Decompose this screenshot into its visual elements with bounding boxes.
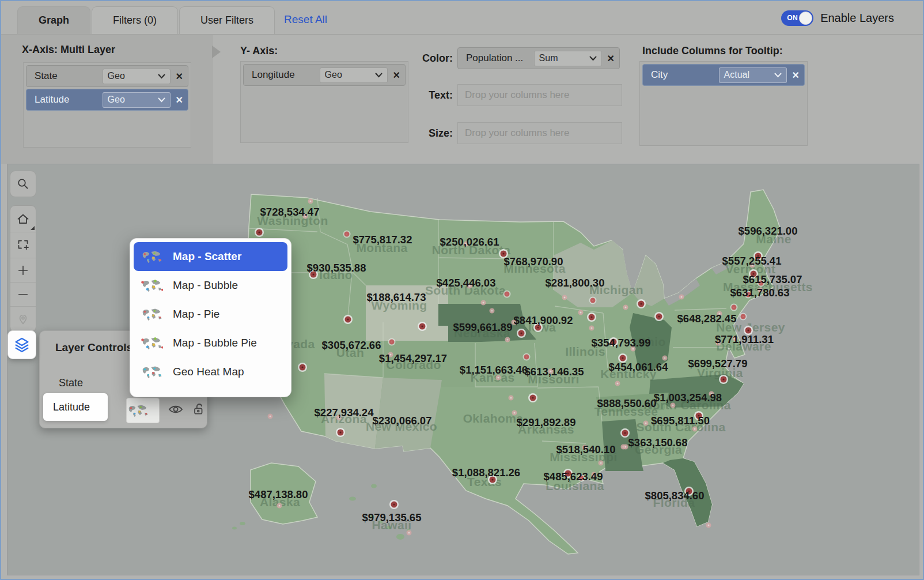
geo-type-dropdown[interactable]: Geo bbox=[103, 69, 171, 84]
data-point[interactable] bbox=[467, 284, 472, 289]
layer-lock-button[interactable] bbox=[191, 402, 206, 419]
data-point[interactable] bbox=[590, 298, 596, 303]
data-point[interactable] bbox=[548, 369, 554, 374]
data-point[interactable] bbox=[336, 415, 342, 420]
data-point[interactable] bbox=[623, 445, 628, 450]
remove-column-icon[interactable]: ✕ bbox=[176, 71, 183, 82]
toggle-knob[interactable] bbox=[799, 12, 812, 25]
location-button[interactable] bbox=[10, 306, 36, 332]
data-point[interactable] bbox=[509, 396, 514, 401]
color-pill-population[interactable]: Population ... Sum ✕ bbox=[457, 47, 620, 69]
data-point[interactable] bbox=[345, 317, 351, 323]
axis-pill-latitude[interactable]: Latitude Geo ✕ bbox=[26, 89, 188, 111]
data-point[interactable] bbox=[759, 281, 764, 286]
remove-column-icon[interactable]: ✕ bbox=[393, 70, 400, 81]
remove-column-icon[interactable]: ✕ bbox=[607, 53, 615, 64]
data-point[interactable] bbox=[692, 427, 698, 432]
data-point[interactable] bbox=[671, 403, 676, 408]
zoom-selection-button[interactable] bbox=[10, 232, 36, 258]
data-point[interactable] bbox=[505, 292, 510, 297]
data-point[interactable] bbox=[344, 232, 350, 237]
data-point[interactable] bbox=[709, 391, 714, 397]
data-point[interactable] bbox=[643, 421, 649, 426]
text-dropzone[interactable]: Drop your columns here bbox=[457, 84, 622, 106]
home-button[interactable] bbox=[10, 206, 36, 232]
data-point[interactable] bbox=[592, 472, 597, 477]
data-point[interactable] bbox=[746, 292, 751, 297]
data-point[interactable] bbox=[565, 470, 571, 477]
data-point[interactable] bbox=[582, 445, 588, 450]
data-point[interactable] bbox=[268, 414, 273, 419]
data-point[interactable] bbox=[562, 295, 567, 300]
data-point[interactable] bbox=[310, 272, 317, 278]
data-point[interactable] bbox=[388, 352, 393, 357]
layer-visibility-button[interactable] bbox=[168, 403, 184, 418]
axis-pill-longitude[interactable]: Longitude Geo ✕ bbox=[243, 64, 406, 86]
data-point[interactable] bbox=[490, 308, 495, 314]
zoom-out-button[interactable] bbox=[10, 282, 36, 306]
data-point[interactable] bbox=[741, 314, 746, 319]
data-point[interactable] bbox=[631, 347, 636, 352]
data-point[interactable] bbox=[696, 413, 702, 419]
data-point[interactable] bbox=[505, 337, 510, 342]
data-point[interactable] bbox=[589, 314, 595, 321]
collapse-arrow-icon[interactable] bbox=[212, 46, 221, 58]
size-dropzone[interactable]: Drop your columns here bbox=[457, 122, 622, 144]
actual-type-dropdown[interactable]: Actual bbox=[719, 67, 787, 83]
data-point[interactable] bbox=[535, 325, 541, 331]
menu-item-map-pie[interactable]: Map - Pie bbox=[134, 300, 287, 329]
data-point[interactable] bbox=[579, 476, 584, 481]
data-point[interactable] bbox=[512, 410, 517, 416]
zoom-in-button[interactable] bbox=[10, 258, 36, 282]
data-point[interactable] bbox=[481, 300, 486, 306]
data-point[interactable] bbox=[512, 320, 517, 325]
data-point[interactable] bbox=[716, 341, 721, 346]
data-point[interactable] bbox=[732, 305, 737, 310]
geo-type-dropdown[interactable]: Geo bbox=[103, 92, 171, 108]
layers-button[interactable] bbox=[7, 330, 36, 359]
data-point[interactable] bbox=[679, 295, 684, 300]
tooltip-pill-city[interactable]: City Actual ✕ bbox=[642, 64, 805, 86]
menu-item-geo-heat-map[interactable]: Geo Heat Map bbox=[134, 357, 287, 386]
tab-filters[interactable]: Filters (0) bbox=[92, 6, 178, 34]
tab-graph[interactable]: Graph bbox=[17, 6, 90, 34]
data-point[interactable] bbox=[391, 502, 397, 508]
x-axis-dropzone[interactable]: State Geo ✕ Latitude Geo ✕ bbox=[23, 62, 191, 148]
y-axis-dropzone[interactable]: Longitude Geo ✕ bbox=[240, 61, 408, 143]
data-point[interactable] bbox=[389, 340, 395, 345]
data-point[interactable] bbox=[733, 336, 738, 341]
reset-all-link[interactable]: Reset All bbox=[284, 13, 327, 26]
data-point[interactable] bbox=[501, 251, 507, 257]
data-point[interactable] bbox=[599, 461, 604, 466]
remove-column-icon[interactable]: ✕ bbox=[792, 70, 800, 81]
tooltip-columns-dropzone[interactable]: City Actual ✕ bbox=[639, 61, 808, 146]
data-point[interactable] bbox=[721, 376, 727, 383]
data-point[interactable] bbox=[620, 355, 626, 361]
map-canvas[interactable]: WashingtonMontanaNorth DakotaMinnesotaMa… bbox=[7, 164, 919, 575]
geo-type-dropdown[interactable]: Geo bbox=[320, 67, 388, 83]
layer-latitude-item[interactable]: Latitude bbox=[43, 393, 108, 421]
data-point[interactable] bbox=[622, 430, 628, 436]
data-point[interactable] bbox=[758, 288, 763, 293]
data-point[interactable] bbox=[277, 503, 282, 509]
data-point[interactable] bbox=[490, 477, 496, 483]
data-point[interactable] bbox=[615, 381, 620, 386]
data-point[interactable] bbox=[750, 263, 755, 268]
aggregate-dropdown[interactable]: Sum bbox=[534, 51, 602, 66]
data-point[interactable] bbox=[589, 326, 594, 331]
data-point[interactable] bbox=[751, 271, 757, 277]
data-point[interactable] bbox=[717, 311, 722, 317]
data-point[interactable] bbox=[706, 523, 711, 528]
menu-item-map-bubble[interactable]: Map - Bubble bbox=[134, 271, 287, 300]
search-button[interactable] bbox=[10, 171, 36, 197]
menu-item-map-bubble-pie[interactable]: Map - Bubble Pie bbox=[134, 329, 287, 357]
data-point[interactable] bbox=[303, 214, 308, 219]
data-point[interactable] bbox=[623, 305, 628, 310]
data-point[interactable] bbox=[662, 356, 668, 361]
layer-chart-type-button[interactable] bbox=[126, 398, 160, 423]
data-point[interactable] bbox=[419, 323, 426, 330]
tab-user-filters[interactable]: User Filters bbox=[179, 6, 275, 34]
data-point[interactable] bbox=[611, 339, 617, 345]
data-point[interactable] bbox=[638, 301, 645, 307]
data-point[interactable] bbox=[686, 488, 692, 495]
